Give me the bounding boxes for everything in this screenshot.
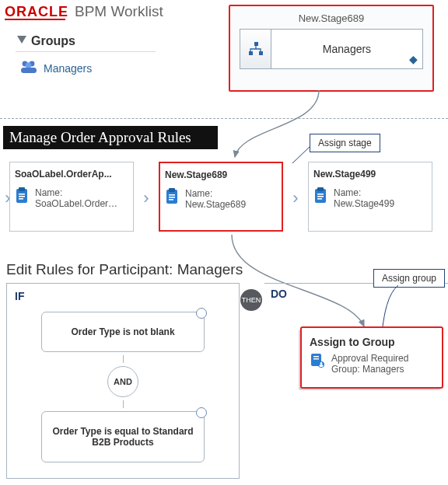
svg-rect-10 xyxy=(19,194,25,195)
svg-rect-21 xyxy=(317,196,324,197)
collapse-icon xyxy=(17,34,26,48)
stage-card-title: SoaOLabel.OrderAp... xyxy=(15,169,128,180)
do-label: DO xyxy=(271,288,287,300)
svg-rect-24 xyxy=(313,356,319,358)
section-divider xyxy=(0,118,448,119)
svg-rect-15 xyxy=(169,194,175,196)
svg-rect-19 xyxy=(317,187,324,191)
stage-name-label: Name: xyxy=(35,187,62,198)
assign-line: Approval Required Group: Managers xyxy=(331,353,434,375)
worklist-participant-name: Managers xyxy=(271,30,422,68)
groups-heading[interactable]: Groups xyxy=(16,31,156,52)
groups-panel: Groups Managers xyxy=(16,31,156,84)
oracle-logo: ORACLE xyxy=(5,4,68,20)
svg-rect-16 xyxy=(169,197,175,198)
clipboard-icon xyxy=(15,187,29,209)
clipboard-icon xyxy=(165,188,179,210)
cond-connector xyxy=(123,400,124,408)
svg-point-27 xyxy=(320,362,323,365)
stage-arrow-1-2: › xyxy=(288,187,303,210)
app-header: ORACLE BPM Worklist xyxy=(5,3,163,20)
svg-rect-14 xyxy=(169,188,175,192)
stage-name-value: SoaOLabel.Order… xyxy=(35,198,117,209)
oracle-wordmark: ORACLE xyxy=(5,4,68,20)
svg-rect-25 xyxy=(313,358,319,360)
condition-text: Order Type is not blank xyxy=(71,326,174,337)
manage-rules-title: Manage Order Approval Rules xyxy=(3,126,218,149)
svg-rect-6 xyxy=(249,51,253,55)
stage-arrow-0-1: › xyxy=(138,187,154,210)
app-title: BPM Worklist xyxy=(75,3,163,20)
stage-card-1[interactable]: New.Stage689 Name: New.Stage689 xyxy=(159,162,283,232)
svg-rect-28 xyxy=(320,365,324,367)
worklist-participant-row[interactable]: Managers ◆ xyxy=(240,29,423,69)
groups-item-managers[interactable]: Managers xyxy=(16,52,156,84)
stage-name-label: Name: xyxy=(185,188,212,199)
condition-handle-icon[interactable] xyxy=(196,407,207,418)
group-users-icon xyxy=(20,60,37,76)
svg-rect-5 xyxy=(254,42,258,46)
stage-card-2[interactable]: New.Stage499 Name: New.Stage499 xyxy=(308,162,432,232)
svg-rect-11 xyxy=(19,196,25,197)
then-pill: THEN xyxy=(240,289,262,311)
assign-to-group-box[interactable]: Assign to Group Approval Required Group:… xyxy=(300,326,443,389)
and-operator[interactable]: AND xyxy=(107,366,138,397)
assign-group-icon xyxy=(310,353,325,371)
svg-rect-20 xyxy=(317,194,324,195)
edit-rules-title: Edit Rules for Participant: Managers xyxy=(6,261,243,278)
assign-title: Assign to Group xyxy=(310,336,434,348)
hierarchy-icon xyxy=(240,30,271,68)
svg-rect-7 xyxy=(259,51,263,55)
condition-0[interactable]: Order Type is not blank xyxy=(41,312,205,352)
then-label: THEN xyxy=(242,296,261,304)
stage-name-label: Name: xyxy=(334,187,361,198)
worklist-stage-title: New.Stage689 xyxy=(230,6,432,29)
worklist-stage-box: New.Stage689 Managers ◆ xyxy=(229,5,434,92)
and-label: AND xyxy=(114,377,132,386)
callout-group-pointer xyxy=(381,284,412,331)
if-label: IF xyxy=(7,284,239,309)
add-participant-icon[interactable]: ◆ xyxy=(409,53,418,65)
cond-connector xyxy=(123,355,124,363)
groups-heading-label: Groups xyxy=(31,34,75,48)
svg-rect-12 xyxy=(19,198,23,200)
svg-marker-0 xyxy=(17,36,26,44)
stage-card-title: New.Stage689 xyxy=(165,169,277,180)
stages-row: › SoaOLabel.OrderAp... Name: SoaOLabel.O… xyxy=(0,155,448,249)
condition-text: Order Type is equal to Standard B2B Prod… xyxy=(52,426,193,448)
stage-name-value: New.Stage689 xyxy=(185,199,246,210)
svg-rect-4 xyxy=(21,68,37,73)
if-panel: IF Order Type is not blank AND Order Typ… xyxy=(6,283,240,479)
clipboard-icon xyxy=(313,187,327,209)
stage-card-title: New.Stage499 xyxy=(313,169,427,180)
callout-assign-group: Assign group xyxy=(373,269,445,288)
stage-name-value: New.Stage499 xyxy=(334,198,394,209)
condition-1[interactable]: Order Type is equal to Standard B2B Prod… xyxy=(41,411,205,462)
stage-card-0[interactable]: SoaOLabel.OrderAp... Name: SoaOLabel.Ord… xyxy=(9,162,134,232)
svg-rect-22 xyxy=(317,198,322,200)
callout-assign-stage: Assign stage xyxy=(310,134,380,152)
condition-handle-icon[interactable] xyxy=(196,308,207,319)
svg-rect-17 xyxy=(169,199,173,201)
groups-item-label: Managers xyxy=(44,62,92,75)
svg-point-3 xyxy=(26,62,32,68)
svg-rect-9 xyxy=(19,187,25,191)
